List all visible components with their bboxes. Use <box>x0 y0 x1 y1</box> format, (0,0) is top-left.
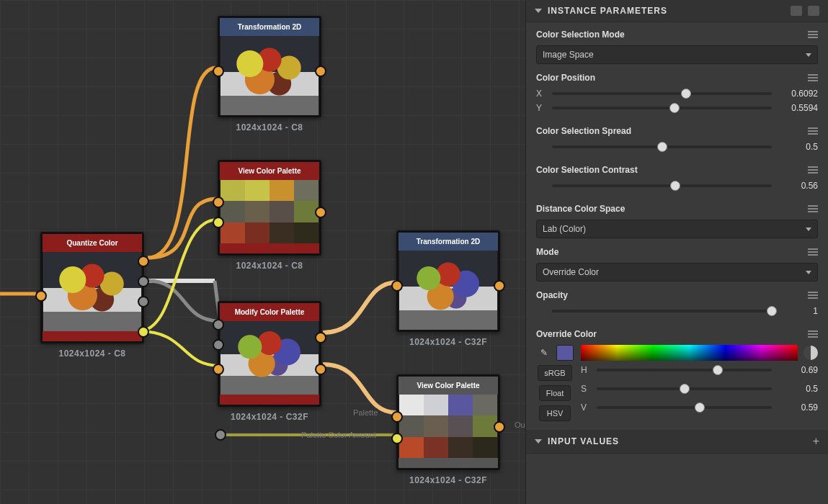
output-port[interactable] <box>315 364 326 375</box>
node-title: Transformation 2D <box>399 233 498 251</box>
plus-icon[interactable]: + <box>813 436 819 447</box>
section-instance-parameters[interactable]: INSTANCE PARAMETERS <box>526 0 828 22</box>
btn-float[interactable]: Float <box>539 385 571 401</box>
param-label: Mode <box>536 247 558 257</box>
output-port[interactable] <box>138 276 149 287</box>
input-port[interactable] <box>35 290 47 302</box>
node-title: Transformation 2D <box>220 18 319 36</box>
port-label-palette-amount: Palette Color Amount <box>301 431 376 439</box>
slider-value[interactable]: 0.5 <box>779 142 818 152</box>
copy-icon[interactable] <box>791 6 802 16</box>
slider-opacity[interactable] <box>552 310 772 312</box>
slider-thumb[interactable] <box>680 384 690 394</box>
slider-thumb[interactable] <box>767 306 777 316</box>
eyedropper-icon[interactable]: ✎ <box>536 345 552 361</box>
select-value: Lab (Color) <box>543 224 586 234</box>
node-thumbnail <box>43 252 141 331</box>
select-value: Override Color <box>543 267 599 277</box>
node-quantize-color[interactable]: Quantize Color 1024x1024 - C8 <box>40 232 144 343</box>
input-port[interactable] <box>213 364 224 375</box>
output-port[interactable] <box>494 421 505 433</box>
options-icon[interactable] <box>808 292 818 299</box>
btn-srgb[interactable]: sRGB <box>538 365 571 381</box>
port-label-out: Ou <box>515 420 525 429</box>
output-port[interactable] <box>138 256 149 267</box>
param-label: Override Color <box>536 329 597 339</box>
options-icon[interactable] <box>808 74 818 81</box>
output-port[interactable] <box>315 207 326 218</box>
slider-thumb[interactable] <box>670 181 680 191</box>
param-label: Color Selection Contrast <box>536 165 638 175</box>
slider-value[interactable]: 0.5594 <box>779 103 818 113</box>
output-port[interactable] <box>138 326 149 338</box>
node-format-label: 1024x1024 - C8 <box>236 261 303 271</box>
slider-thumb[interactable] <box>713 365 723 375</box>
output-port[interactable] <box>315 332 326 343</box>
param-label: Color Selection Mode <box>536 30 625 40</box>
output-port[interactable] <box>138 296 149 307</box>
node-format-label: 1024x1024 - C32F <box>409 337 487 347</box>
slider-value[interactable]: 0.56 <box>779 181 818 191</box>
node-graph-canvas[interactable]: Quantize Color 1024x1024 - C8 Transforma… <box>0 0 525 504</box>
color-swatch[interactable] <box>556 345 574 361</box>
node-format-label: 1024x1024 - C8 <box>58 348 125 359</box>
node-view-color-palette-top[interactable]: View Color Palette 1024x1024 - C8 <box>218 160 321 256</box>
select-color-selection-mode[interactable]: Image Space <box>536 45 818 64</box>
node-modify-color-palette[interactable]: Modify Color Palette 1024x1024 - C32F <box>218 301 321 407</box>
node-transformation-2d-right[interactable]: Transformation 2D 1024x1024 - C32F <box>396 230 500 332</box>
section-input-values[interactable]: INPUT VALUES + <box>526 430 828 454</box>
node-title: View Color Palette <box>399 377 498 395</box>
loose-port[interactable] <box>215 429 226 441</box>
select-distance-color-space[interactable]: Lab (Color) <box>536 220 818 238</box>
slider-value-brightness[interactable] <box>597 406 772 409</box>
slider-value[interactable]: 0.69 <box>779 365 818 375</box>
param-label: Color Position <box>536 73 595 83</box>
slider-contrast[interactable] <box>552 184 772 187</box>
node-thumbnail <box>399 395 497 458</box>
node-thumbnail <box>221 180 319 243</box>
slider-saturation[interactable] <box>597 387 772 390</box>
slider-value[interactable]: 0.59 <box>779 402 818 413</box>
output-port[interactable] <box>494 280 505 292</box>
slider-color-position-y[interactable] <box>552 107 772 109</box>
node-transformation-2d-top[interactable]: Transformation 2D 1024x1024 - C8 <box>218 16 321 117</box>
menu-icon[interactable] <box>808 6 819 16</box>
slider-spread[interactable] <box>552 145 772 148</box>
options-icon[interactable] <box>808 166 818 174</box>
input-port[interactable] <box>391 433 403 444</box>
input-port[interactable] <box>213 197 224 208</box>
slider-value[interactable]: 1 <box>779 306 818 316</box>
color-spectrum[interactable] <box>581 345 798 361</box>
node-title: View Color Palette <box>220 162 319 180</box>
input-port[interactable] <box>213 66 224 77</box>
slider-thumb[interactable] <box>669 103 680 113</box>
input-port[interactable] <box>213 217 224 228</box>
options-icon[interactable] <box>808 127 818 135</box>
slider-thumb[interactable] <box>695 402 705 413</box>
node-format-label: 1024x1024 - C8 <box>236 122 303 132</box>
options-icon[interactable] <box>808 248 818 256</box>
options-icon[interactable] <box>808 330 818 338</box>
output-port[interactable] <box>315 66 326 77</box>
chevron-down-icon <box>535 439 542 444</box>
node-view-color-palette-bottom[interactable]: View Color Palette 1024x1024 - C32F <box>396 374 500 470</box>
slider-value[interactable]: 0.6092 <box>779 89 818 99</box>
invert-icon[interactable] <box>803 346 818 360</box>
btn-hsv[interactable]: HSV <box>539 405 571 421</box>
axis-label: X <box>536 89 545 99</box>
node-title: Quantize Color <box>43 234 142 252</box>
input-port[interactable] <box>213 339 224 351</box>
input-port[interactable] <box>391 411 403 423</box>
axis-label: S <box>581 384 589 394</box>
slider-thumb[interactable] <box>681 89 691 99</box>
options-icon[interactable] <box>808 205 818 212</box>
slider-value[interactable]: 0.5 <box>779 384 818 394</box>
slider-color-position-x[interactable] <box>552 92 772 95</box>
input-port[interactable] <box>391 280 403 292</box>
select-mode[interactable]: Override Color <box>536 263 818 282</box>
options-icon[interactable] <box>808 31 818 38</box>
slider-hue[interactable] <box>597 369 772 372</box>
slider-thumb[interactable] <box>657 142 667 152</box>
node-thumbnail <box>221 36 319 115</box>
input-port[interactable] <box>213 319 224 330</box>
